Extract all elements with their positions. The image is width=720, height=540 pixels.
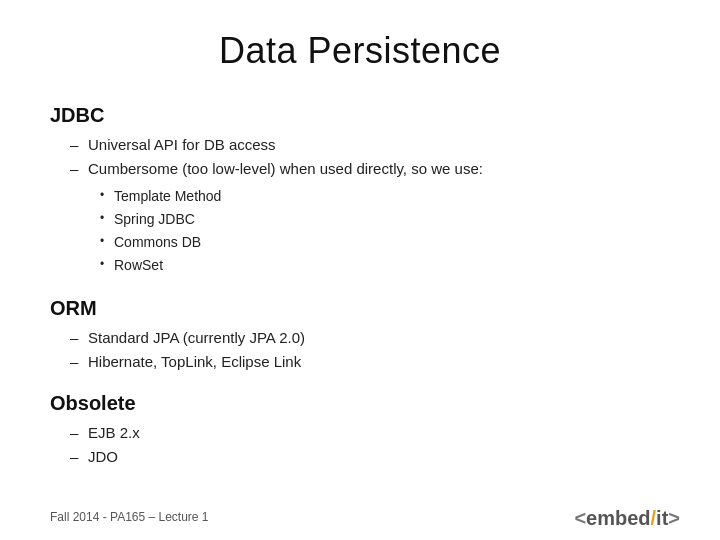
- obsolete-section: Obsolete EJB 2.x JDO: [50, 388, 670, 473]
- jdbc-bullet-item-2: Spring JDBC: [100, 208, 670, 231]
- jdbc-heading: JDBC: [50, 104, 670, 127]
- slide: Data Persistence JDBC Universal API for …: [0, 0, 720, 540]
- slide-title: Data Persistence: [50, 30, 670, 72]
- brand-embed: embed: [586, 507, 650, 529]
- jdbc-bullet-item-1: Template Method: [100, 185, 670, 208]
- jdbc-bullet-item-3: Commons DB: [100, 231, 670, 254]
- jdbc-dash-item-2: Cumbersome (too low-level) when used dir…: [70, 157, 670, 181]
- jdbc-bullet-item-4: RowSet: [100, 254, 670, 277]
- orm-dash-item-1: Standard JPA (currently JPA 2.0): [70, 326, 670, 350]
- jdbc-dash-list: Universal API for DB access Cumbersome (…: [50, 133, 670, 181]
- brand-lt: <: [574, 507, 586, 529]
- brand-gt: >: [668, 507, 680, 529]
- orm-section: ORM Standard JPA (currently JPA 2.0) Hib…: [50, 293, 670, 378]
- footer: Fall 2014 - PA165 – Lecture 1: [50, 510, 209, 524]
- jdbc-dash-item-1: Universal API for DB access: [70, 133, 670, 157]
- brand-logo: <embed/it>: [574, 507, 680, 530]
- obsolete-dash-item-2: JDO: [70, 445, 670, 469]
- jdbc-section: JDBC Universal API for DB access Cumbers…: [50, 100, 670, 283]
- jdbc-bullet-list: Template Method Spring JDBC Commons DB R…: [50, 185, 670, 277]
- orm-dash-item-2: Hibernate, TopLink, Eclipse Link: [70, 350, 670, 374]
- orm-heading: ORM: [50, 297, 670, 320]
- brand-it: it: [656, 507, 668, 529]
- obsolete-dash-list: EJB 2.x JDO: [50, 421, 670, 469]
- obsolete-heading: Obsolete: [50, 392, 670, 415]
- orm-dash-list: Standard JPA (currently JPA 2.0) Hiberna…: [50, 326, 670, 374]
- obsolete-dash-item-1: EJB 2.x: [70, 421, 670, 445]
